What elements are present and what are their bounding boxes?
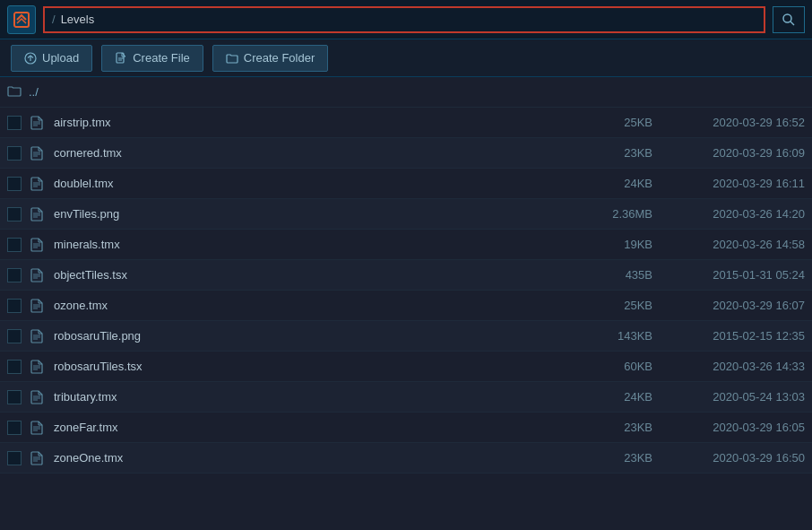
file-rows-container: airstrip.tmx 25KB 2020-03-29 16:52 corne… [0, 108, 812, 474]
create-file-label: Create File [133, 51, 190, 65]
file-icon [29, 267, 45, 283]
table-row[interactable]: doublel.tmx 24KB 2020-03-29 16:11 [0, 169, 812, 199]
row-checkbox[interactable] [7, 177, 22, 191]
file-size: 24KB [581, 390, 652, 404]
file-size: 23KB [581, 451, 652, 465]
upload-label: Upload [42, 51, 79, 65]
file-date: 2020-03-29 16:07 [679, 299, 805, 312]
file-date: 2020-05-24 13:03 [679, 390, 805, 404]
file-size: 143KB [581, 329, 652, 343]
file-name: doublel.tmx [54, 177, 581, 190]
row-checkbox[interactable] [7, 116, 22, 130]
row-checkbox[interactable] [7, 360, 22, 374]
file-date: 2020-03-29 16:52 [679, 116, 805, 129]
file-name: airstrip.tmx [54, 116, 581, 129]
file-icon [29, 206, 45, 222]
parent-dir-label: ../ [29, 85, 39, 99]
file-icon [29, 420, 45, 436]
file-date: 2015-02-15 12:35 [679, 329, 805, 343]
file-list: ../ airstrip.tmx 25KB 2020-03-29 16:52 [0, 77, 812, 530]
file-date: 2020-03-26 14:58 [679, 238, 805, 251]
top-bar: / Levels [0, 0, 812, 39]
file-name: tributary.tmx [54, 390, 581, 404]
file-size: 60KB [581, 360, 652, 373]
table-row[interactable]: envTiles.png 2.36MB 2020-03-26 14:20 [0, 199, 812, 230]
file-date: 2020-03-29 16:50 [679, 451, 805, 465]
create-folder-label: Create Folder [244, 51, 315, 65]
table-row[interactable]: robosaruTile.png 143KB 2015-02-15 12:35 [0, 321, 812, 352]
file-icon [29, 450, 45, 466]
parent-folder-icon [7, 83, 22, 100]
file-name: envTiles.png [54, 207, 581, 221]
table-row[interactable]: ozone.tmx 25KB 2020-03-29 16:07 [0, 291, 812, 321]
path-value: Levels [61, 13, 95, 26]
file-icon [29, 176, 45, 192]
file-name: robosaruTile.png [54, 329, 581, 343]
file-date: 2020-03-29 16:05 [679, 421, 805, 434]
row-checkbox[interactable] [7, 299, 22, 313]
table-row[interactable]: airstrip.tmx 25KB 2020-03-29 16:52 [0, 108, 812, 138]
toolbar: Upload Create File Create Folder [0, 39, 812, 77]
svg-point-1 [783, 14, 791, 22]
file-name: zoneOne.tmx [54, 451, 581, 465]
table-row[interactable]: robosaruTiles.tsx 60KB 2020-03-26 14:33 [0, 352, 812, 382]
file-size: 25KB [581, 299, 652, 312]
row-checkbox[interactable] [7, 146, 22, 161]
file-size: 19KB [581, 238, 652, 251]
row-checkbox[interactable] [7, 451, 22, 465]
file-icon [29, 389, 45, 405]
svg-line-2 [790, 22, 794, 25]
file-name: minerals.tmx [54, 238, 581, 251]
row-checkbox[interactable] [7, 329, 22, 343]
app-logo [7, 5, 36, 34]
file-icon [29, 115, 45, 131]
file-size: 24KB [581, 177, 652, 190]
file-name: ozone.tmx [54, 299, 581, 312]
row-checkbox[interactable] [7, 390, 22, 404]
table-row[interactable]: cornered.tmx 23KB 2020-03-29 16:09 [0, 138, 812, 169]
table-row[interactable]: objectTiles.tsx 435B 2015-01-31 05:24 [0, 260, 812, 291]
file-size: 25KB [581, 116, 652, 129]
file-date: 2015-01-31 05:24 [679, 268, 805, 282]
file-icon [29, 298, 45, 314]
file-name: objectTiles.tsx [54, 268, 581, 282]
search-button[interactable] [773, 6, 805, 33]
table-row[interactable]: zoneOne.tmx 23KB 2020-03-29 16:50 [0, 443, 812, 474]
file-size: 2.36MB [581, 207, 652, 221]
file-icon [29, 328, 45, 344]
row-checkbox[interactable] [7, 238, 22, 252]
create-file-button[interactable]: Create File [101, 45, 203, 72]
file-icon [29, 237, 45, 253]
parent-dir-row[interactable]: ../ [0, 77, 812, 108]
file-icon [29, 145, 45, 161]
file-size: 435B [581, 268, 652, 282]
file-size: 23KB [581, 421, 652, 434]
table-row[interactable]: tributary.tmx 24KB 2020-05-24 13:03 [0, 382, 812, 413]
file-date: 2020-03-29 16:11 [679, 177, 805, 190]
path-separator: / [52, 13, 56, 26]
file-name: zoneFar.tmx [54, 421, 581, 434]
file-size: 23KB [581, 146, 652, 160]
path-bar[interactable]: / Levels [43, 6, 765, 33]
create-folder-button[interactable]: Create Folder [212, 45, 328, 72]
upload-button[interactable]: Upload [11, 45, 92, 72]
row-checkbox[interactable] [7, 207, 22, 222]
file-name: robosaruTiles.tsx [54, 360, 581, 373]
row-checkbox[interactable] [7, 268, 22, 282]
file-date: 2020-03-26 14:33 [679, 360, 805, 373]
file-icon [29, 359, 45, 375]
table-row[interactable]: zoneFar.tmx 23KB 2020-03-29 16:05 [0, 413, 812, 443]
file-name: cornered.tmx [54, 146, 581, 160]
row-checkbox[interactable] [7, 421, 22, 435]
file-date: 2020-03-26 14:20 [679, 207, 805, 221]
table-row[interactable]: minerals.tmx 19KB 2020-03-26 14:58 [0, 230, 812, 260]
file-date: 2020-03-29 16:09 [679, 146, 805, 160]
